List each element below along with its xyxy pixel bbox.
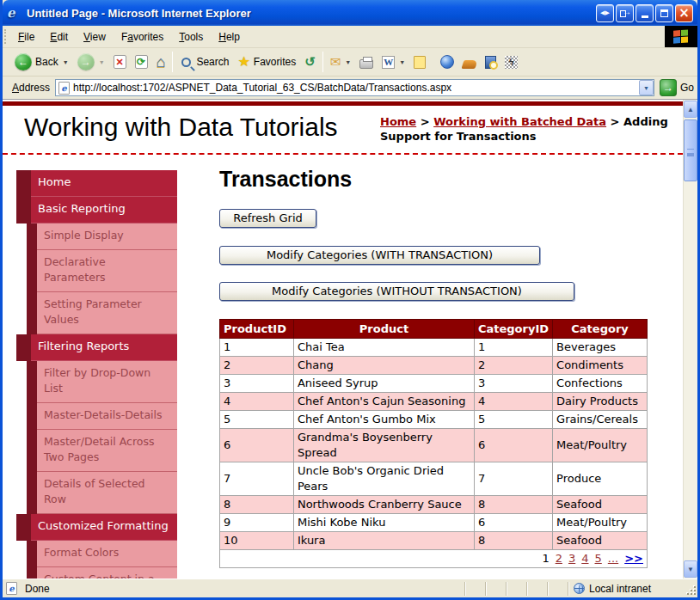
modify-without-transaction-button[interactable]: Modify Categories (WITHOUT TRANSACTION) <box>219 282 574 301</box>
sidebar-item-custom-content-in-a[interactable]: Custom Content in a <box>27 567 177 579</box>
scroll-down-button[interactable]: ▼ <box>684 560 697 578</box>
maximize-button[interactable] <box>655 4 673 22</box>
note-icon <box>414 56 426 69</box>
split-icon: ◀▶ <box>600 9 610 16</box>
table-row: 3Aniseed Syrup3Confections <box>220 375 648 393</box>
sidebar-item-filtering-reports[interactable]: Filtering Reports <box>16 334 177 361</box>
menu-grip-handle[interactable] <box>4 29 9 44</box>
sidebar-item-basic-reporting[interactable]: Basic Reporting <box>16 197 177 223</box>
security-zone-panel: Local intranet <box>568 582 681 596</box>
quick-tools-button[interactable]: ϟ <box>500 53 522 71</box>
status-separator <box>485 582 506 596</box>
menu-file[interactable]: File <box>10 28 42 46</box>
search-button[interactable]: Search <box>175 53 233 71</box>
addon-button[interactable] <box>458 53 481 71</box>
table-row: 6Grandma's Boysenberry Spread6Meat/Poult… <box>220 429 648 462</box>
menu-edit[interactable]: Edit <box>42 28 76 46</box>
history-icon: ↺ <box>304 55 316 69</box>
status-separator <box>547 582 568 596</box>
address-bar: Address e http://localhost:1702/ASPNET_D… <box>3 77 697 99</box>
cell-category: Meat/Poultry <box>553 429 648 462</box>
address-input[interactable]: e http://localhost:1702/ASPNET_Data_Tuto… <box>55 79 654 96</box>
scrollbar-track[interactable] <box>684 118 697 560</box>
window-split-button[interactable]: ◀▶ <box>596 4 614 22</box>
status-doc-icon: e <box>6 582 17 595</box>
close-button[interactable]: × <box>675 4 693 22</box>
menu-tools[interactable]: Tools <box>171 28 211 46</box>
title-bar[interactable]: e Untitled Page - Microsoft Internet Exp… <box>3 0 697 26</box>
menu-help[interactable]: Help <box>211 28 248 46</box>
status-bar: e Done Local intranet <box>3 579 697 597</box>
ie-logo-icon: e <box>7 5 22 21</box>
table-row: 5Chef Anton's Gumbo Mix5Grains/Cereals <box>220 411 648 429</box>
breadcrumb-separator: > <box>416 115 433 128</box>
cell-product: Chang <box>293 357 474 375</box>
cell-product: Aniseed Syrup <box>293 375 474 393</box>
cell-category: Seafood <box>553 496 648 514</box>
globe-icon <box>574 583 585 594</box>
word-dropdown-icon: ▼ <box>399 59 405 65</box>
go-button[interactable]: → <box>660 79 677 96</box>
cell-product: Grandma's Boysenberry Spread <box>293 429 474 462</box>
status-separator <box>464 582 485 596</box>
breadcrumb-link-home[interactable]: Home <box>380 115 416 128</box>
research-button[interactable] <box>481 53 500 71</box>
stop-button[interactable]: ✕ <box>109 52 131 71</box>
home-icon: ⌂ <box>157 55 166 69</box>
home-button[interactable]: ⌂ <box>152 52 170 71</box>
cell-product-id: 1 <box>220 339 294 357</box>
breadcrumb-link-working-with-batched-data[interactable]: Working with Batched Data <box>433 115 606 128</box>
sidebar-item-customized-formatting[interactable]: Customized Formatting <box>16 514 177 541</box>
pager-page-2[interactable]: 2 <box>556 552 562 565</box>
back-button[interactable]: ← Back ▼ <box>10 51 73 73</box>
pager-ellipsis[interactable]: ... <box>608 552 618 565</box>
browser-window: e Untitled Page - Microsoft Internet Exp… <box>0 0 700 600</box>
pager-page-5[interactable]: 5 <box>595 552 602 565</box>
history-button[interactable]: ↺ <box>300 52 320 71</box>
resize-grip[interactable] <box>685 582 697 596</box>
menu-view[interactable]: View <box>76 28 114 46</box>
window-popout-button[interactable]: → <box>616 4 634 22</box>
sidebar-item-format-colors[interactable]: Format Colors <box>27 541 177 567</box>
sidebar-item-label: Master/Detail Across Two Pages <box>37 430 177 472</box>
sidebar-item-master-details-details[interactable]: Master-Details-Details <box>27 403 177 430</box>
edit-with-word-button[interactable]: W ▼ <box>378 53 409 71</box>
sidebar-item-master-detail-across-two-pages[interactable]: Master/Detail Across Two Pages <box>27 430 177 472</box>
scrollbar-thumb[interactable] <box>684 119 697 181</box>
refresh-grid-button[interactable]: Refresh Grid <box>219 209 316 228</box>
minimize-button[interactable] <box>636 4 654 22</box>
sidebar-item-filter-by-drop-down-list[interactable]: Filter by Drop-Down List <box>27 361 177 403</box>
cell-category: Confections <box>553 375 648 393</box>
sidebar-item-block <box>27 472 37 514</box>
cell-product-id: 3 <box>220 375 294 393</box>
sidebar-item-block <box>27 223 37 250</box>
sidebar-item-simple-display[interactable]: Simple Display <box>27 223 177 250</box>
mail-button[interactable]: ✉ ▼ <box>326 52 356 71</box>
scroll-up-button[interactable]: ▲ <box>684 101 697 118</box>
menu-favorites[interactable]: Favorites <box>114 28 171 46</box>
pager-page-4[interactable]: 4 <box>581 552 588 565</box>
sidebar-item-declarative-parameters[interactable]: Declarative Parameters <box>27 250 177 292</box>
favorites-star-icon: ★ <box>237 55 249 69</box>
refresh-button[interactable]: ⟳ <box>131 52 152 71</box>
discuss-button[interactable] <box>409 53 430 71</box>
sidebar-item-home[interactable]: Home <box>16 170 177 197</box>
print-button[interactable] <box>355 53 378 71</box>
toolbar-separator <box>172 52 173 72</box>
pager-next-link[interactable]: >> <box>624 552 643 565</box>
messenger-button[interactable] <box>436 52 458 71</box>
grid-header: ProductIDProductCategoryIDCategory <box>220 320 648 339</box>
cell-category: Condiments <box>553 357 648 375</box>
favorites-button[interactable]: ★ Favorites <box>233 52 300 71</box>
modify-with-transaction-button[interactable]: Modify Categories (WITH TRANSACTION) <box>219 246 540 265</box>
sidebar-item-block <box>27 403 37 430</box>
cell-category: Beverages <box>553 339 648 357</box>
stop-icon: ✕ <box>114 55 126 69</box>
sidebar-item-setting-parameter-values[interactable]: Setting Parameter Values <box>27 292 177 334</box>
address-dropdown-button[interactable]: ▼ <box>639 80 654 95</box>
pager-page-3[interactable]: 3 <box>568 552 575 565</box>
sidebar-item-details-of-selected-row[interactable]: Details of Selected Row <box>27 472 177 514</box>
forward-button[interactable]: → ▼ <box>73 51 109 73</box>
table-row: 10Ikura8Seafood <box>220 532 648 550</box>
vertical-scrollbar[interactable]: ▲ ▼ <box>683 100 697 579</box>
